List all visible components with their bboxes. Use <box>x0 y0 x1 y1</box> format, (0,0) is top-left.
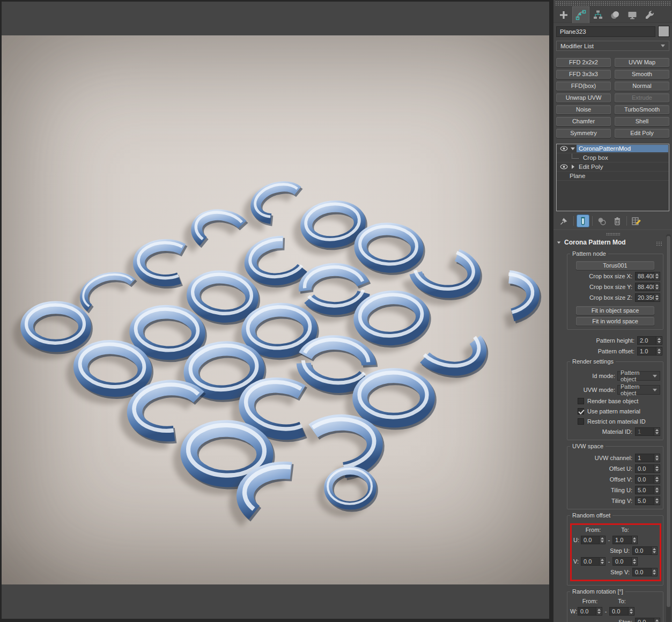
value-spinner[interactable]: 88.408 <box>635 272 660 280</box>
dropdown-uvw-mode[interactable]: Pattern object <box>617 385 660 395</box>
spinner-arrows-icon[interactable] <box>631 558 637 565</box>
tab-utilities[interactable] <box>641 6 658 23</box>
spinner-arrows-icon[interactable] <box>654 428 660 435</box>
modifier-button-shell[interactable]: Shell <box>615 117 669 126</box>
field-label: Tiling V: <box>611 498 632 504</box>
stack-item-edit-poly[interactable]: Edit Poly <box>557 162 669 172</box>
spinner-value: 5.0 <box>636 486 654 494</box>
viewport-render-area[interactable] <box>2 35 549 584</box>
modifier-list-dropdown[interactable]: Modifier List <box>556 41 669 51</box>
spinner-arrows-icon[interactable] <box>654 486 660 494</box>
modifier-button-uvw-map[interactable]: UVW Map <box>615 58 669 67</box>
spinner-arrows-icon[interactable] <box>628 608 634 615</box>
value-spinner[interactable]: 0.0 <box>632 568 658 576</box>
checkbox[interactable] <box>578 418 584 425</box>
pattern-node-button[interactable]: Torus001 <box>576 261 654 270</box>
object-color-swatch[interactable] <box>658 26 669 37</box>
rollout-scrollbar[interactable] <box>666 234 671 622</box>
value-spinner[interactable]: 5.0 <box>635 497 660 505</box>
checkbox[interactable] <box>578 408 584 414</box>
checkbox-row-render-base-object[interactable]: Render base object <box>578 397 661 405</box>
spinner-arrows-icon[interactable] <box>656 337 662 344</box>
spinner-arrows-icon[interactable] <box>654 497 660 505</box>
value-spinner[interactable]: 0.0 <box>635 464 660 473</box>
checkbox-row-use-pattern-material[interactable]: Use pattern material <box>578 408 661 415</box>
expand-icon[interactable] <box>569 165 577 169</box>
modifier-button-edit-poly[interactable]: Edit Poly <box>615 129 669 138</box>
pin-stack-button[interactable] <box>558 214 571 227</box>
field-label: Crop box size Z: <box>589 294 632 301</box>
make-unique-button[interactable] <box>595 214 608 227</box>
modifier-button-ffd-2x2x2[interactable]: FFD 2x2x2 <box>556 58 611 67</box>
panel-drag-grip[interactable] <box>555 1 670 5</box>
rollout-scrollbar-thumb[interactable] <box>667 236 670 607</box>
spinner-arrows-icon[interactable] <box>596 608 602 615</box>
modifier-button-smooth[interactable]: Smooth <box>615 70 669 79</box>
spinner-arrows-icon[interactable] <box>654 476 660 483</box>
checkbox-row-restrict-on-material-id[interactable]: Restrict on material ID <box>578 418 661 425</box>
spinner-arrows-icon[interactable] <box>654 272 660 280</box>
modifier-button-ffd-box[interactable]: FFD(box) <box>556 82 611 91</box>
spinner-arrows-icon[interactable] <box>654 618 660 622</box>
remove-modifier-button[interactable] <box>611 214 624 227</box>
show-end-result-button[interactable] <box>577 214 589 227</box>
value-spinner[interactable]: 0.0 <box>635 475 660 484</box>
panel-resize-handle[interactable] <box>553 229 672 238</box>
value-spinner[interactable]: 0.0 <box>632 546 658 555</box>
visibility-eye-icon[interactable] <box>558 146 569 151</box>
value-spinner[interactable]: 0.0 <box>635 618 660 622</box>
spinner-arrows-icon[interactable] <box>599 536 605 544</box>
modifier-button-normal[interactable]: Normal <box>615 82 669 91</box>
modifier-button-noise[interactable]: Noise <box>556 105 611 114</box>
value-spinner[interactable]: 2.0 <box>637 336 662 345</box>
value-spinner[interactable]: 5.0 <box>635 486 660 494</box>
value-spinner[interactable]: 0.0 <box>581 536 605 544</box>
value-spinner[interactable]: 1 <box>635 454 660 462</box>
stack-item-crop-box[interactable]: Crop box <box>557 153 669 162</box>
spinner-arrows-icon[interactable] <box>654 454 660 462</box>
range-prefix-label: W: <box>570 608 578 614</box>
field-row-offset-u: Offset U:0.0 <box>569 464 661 473</box>
spinner-arrows-icon[interactable] <box>651 568 657 576</box>
spinner-arrows-icon[interactable] <box>654 294 660 301</box>
value-spinner[interactable]: 88.408 <box>635 283 660 291</box>
tab-display[interactable] <box>624 6 641 23</box>
modifier-button-turbosmooth[interactable]: TurboSmooth <box>615 105 669 114</box>
value-spinner[interactable]: 0.0 <box>581 557 605 566</box>
object-name-field[interactable]: Plane323 <box>556 26 655 37</box>
dropdown-id-mode[interactable]: Pattern object <box>617 371 660 381</box>
spinner-arrows-icon[interactable] <box>656 347 662 355</box>
value-spinner[interactable]: 1.0 <box>612 536 638 544</box>
value-spinner[interactable]: 0.0 <box>609 607 634 616</box>
spinner-arrows-icon[interactable] <box>654 283 660 291</box>
modifier-button-unwrap-uvw[interactable]: Unwrap UVW <box>556 93 611 102</box>
rollout-drag-grip[interactable] <box>656 241 662 246</box>
tab-motion[interactable] <box>607 6 624 23</box>
value-spinner[interactable]: 1.0 <box>637 347 662 356</box>
rollout-header[interactable]: Corona Pattern Mod <box>553 238 672 248</box>
torus-instance <box>190 212 244 248</box>
checkbox[interactable] <box>578 398 584 404</box>
tab-modify[interactable] <box>572 6 589 23</box>
configure-modifier-sets-button[interactable] <box>630 214 643 227</box>
tab-hierarchy[interactable] <box>589 6 607 23</box>
stack-item-plane[interactable]: Plane <box>557 172 669 181</box>
tab-create[interactable] <box>555 6 572 23</box>
modifier-button-chamfer[interactable]: Chamfer <box>556 117 611 126</box>
value-spinner[interactable]: 0.0 <box>578 607 602 616</box>
modifier-button-ffd-3x3x3[interactable]: FFD 3x3x3 <box>556 70 611 79</box>
fit-object-space-button[interactable]: Fit in object space <box>576 306 654 315</box>
spinner-arrows-icon[interactable] <box>599 558 605 565</box>
spinner-arrows-icon[interactable] <box>654 465 660 472</box>
stack-item-coronapatternmod[interactable]: CoronaPatternMod <box>557 144 669 153</box>
viewport[interactable] <box>0 0 553 622</box>
spinner-arrows-icon[interactable] <box>631 536 637 544</box>
visibility-eye-icon[interactable] <box>558 164 569 169</box>
stack-item-label: CoronaPatternMod <box>577 145 668 152</box>
fit-world-space-button[interactable]: Fit in world space <box>576 317 654 325</box>
value-spinner[interactable]: 0.0 <box>612 557 638 566</box>
modifier-button-symmetry[interactable]: Symmetry <box>556 129 611 138</box>
value-spinner[interactable]: 20.356 <box>635 293 660 302</box>
spinner-arrows-icon[interactable] <box>651 547 657 554</box>
expand-collapse-icon[interactable] <box>569 147 577 150</box>
